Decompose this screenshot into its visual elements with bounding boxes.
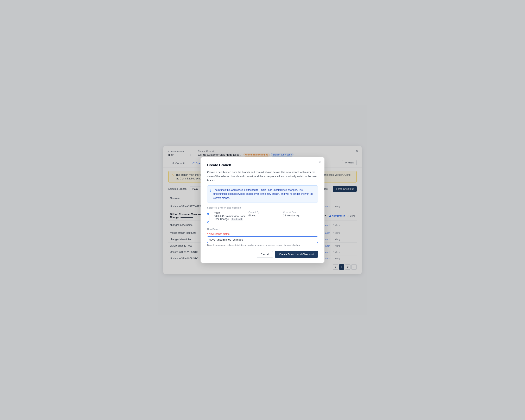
modal-close-button[interactable]: × xyxy=(319,160,321,164)
commit-date-value: 22 minutes ago xyxy=(283,214,318,217)
commit-by-col: Commit By GitHub xyxy=(248,211,283,221)
commit-branch-name: main xyxy=(214,211,248,214)
modal-info-banner: ℹ The branch this workspace is attached … xyxy=(207,186,318,203)
new-branch-section-label: New Branch xyxy=(207,228,318,230)
new-branch-name-input[interactable] xyxy=(207,236,318,243)
new-branch-name-label: * New Branch Name xyxy=(207,233,318,235)
commit-hash: 1e46bad4 xyxy=(231,218,243,221)
create-branch-modal: Create Branch × Create a new branch from… xyxy=(201,157,324,263)
modal-overlay: Create Branch × Create a new branch from… xyxy=(0,0,525,420)
modal-description: Create a new branch from the branch and … xyxy=(207,170,318,183)
commit-message: GitHub Customer View Node Desc Change 1e… xyxy=(214,215,248,221)
commit-by-label: Commit By xyxy=(248,211,283,214)
modal-footer: Cancel Create Branch and Checkout xyxy=(207,251,318,258)
commit-branch-col: main GitHub Customer View Node Desc Chan… xyxy=(214,211,248,221)
commit-by-value: GitHub xyxy=(248,214,283,217)
commit-date-label: Commit Date xyxy=(283,211,318,214)
create-branch-checkout-button[interactable]: Create Branch and Checkout xyxy=(275,251,318,258)
modal-title: Create Branch xyxy=(207,163,318,167)
branch-name-hint: Branch names can only contain letters, n… xyxy=(207,244,318,246)
timeline-dot-1 xyxy=(207,213,209,215)
cancel-button[interactable]: Cancel xyxy=(257,251,273,258)
modal-info-text: The branch this workspace is attached to… xyxy=(213,188,315,200)
section-selected-label: Selected Branch and Commit xyxy=(207,206,318,209)
timeline-dot-2 xyxy=(207,221,209,224)
commit-date-col: Commit Date 22 minutes ago xyxy=(283,211,318,221)
commit-detail-row: main GitHub Customer View Node Desc Chan… xyxy=(214,211,318,221)
info-icon: ℹ xyxy=(210,188,211,200)
